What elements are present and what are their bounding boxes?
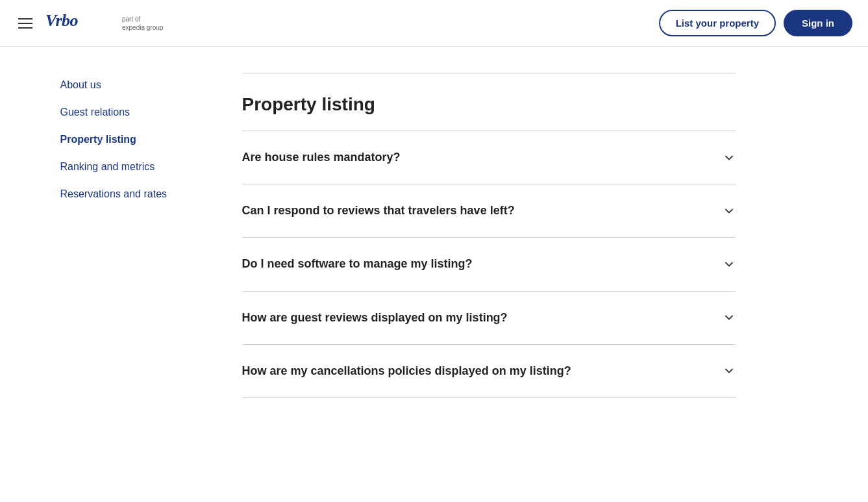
faq-question-text: Can I respond to reviews that travelers … <box>242 203 515 219</box>
faq-question-text: How are guest reviews displayed on my li… <box>242 310 508 326</box>
faq-item: Do I need software to manage my listing? <box>242 238 736 291</box>
hamburger-menu[interactable] <box>16 16 35 31</box>
sidebar: About us Guest relations Property listin… <box>60 73 216 398</box>
header: Vrbo part of expedia group List your pro… <box>0 0 868 47</box>
faq-item: How are guest reviews displayed on my li… <box>242 292 736 345</box>
page-container: About us Guest relations Property listin… <box>45 47 824 424</box>
sidebar-nav: About us Guest relations Property listin… <box>60 73 216 207</box>
chevron-down-icon <box>723 258 736 271</box>
chevron-down-icon <box>723 205 736 218</box>
logo-container: Vrbo part of expedia group <box>45 4 163 42</box>
sidebar-item-guest-relations[interactable]: Guest relations <box>60 100 216 125</box>
faq-list: Are house rules mandatory?Can I respond … <box>242 131 736 398</box>
chevron-down-icon <box>723 151 736 164</box>
top-divider <box>242 73 736 73</box>
faq-question-3[interactable]: Do I need software to manage my listing? <box>242 238 736 290</box>
sidebar-item-reservations-rates[interactable]: Reservations and rates <box>60 182 216 207</box>
faq-question-4[interactable]: How are guest reviews displayed on my li… <box>242 292 736 344</box>
faq-item: Are house rules mandatory? <box>242 131 736 184</box>
header-right: List your property Sign in <box>659 10 852 36</box>
faq-item: How are my cancellations policies displa… <box>242 345 736 398</box>
svg-text:Vrbo: Vrbo <box>45 11 79 30</box>
faq-item: Can I respond to reviews that travelers … <box>242 184 736 238</box>
main-content: Property listing Are house rules mandato… <box>242 73 736 398</box>
sidebar-item-about-us[interactable]: About us <box>60 73 216 97</box>
faq-question-5[interactable]: How are my cancellations policies displa… <box>242 345 736 397</box>
faq-question-text: Do I need software to manage my listing? <box>242 256 473 272</box>
header-left: Vrbo part of expedia group <box>16 4 163 42</box>
section-title: Property listing <box>242 94 736 115</box>
faq-question-text: How are my cancellations policies displa… <box>242 363 571 379</box>
list-property-button[interactable]: List your property <box>659 10 776 36</box>
chevron-down-icon <box>723 364 736 377</box>
chevron-down-icon <box>723 311 736 324</box>
sidebar-item-ranking-metrics[interactable]: Ranking and metrics <box>60 155 216 179</box>
faq-question-1[interactable]: Are house rules mandatory? <box>242 131 736 184</box>
faq-question-2[interactable]: Can I respond to reviews that travelers … <box>242 184 736 237</box>
vrbo-logo: Vrbo <box>45 4 117 42</box>
faq-question-text: Are house rules mandatory? <box>242 149 401 166</box>
expedia-label: part of expedia group <box>122 15 163 32</box>
sidebar-item-property-listing[interactable]: Property listing <box>60 127 216 152</box>
sign-in-button[interactable]: Sign in <box>784 10 852 36</box>
